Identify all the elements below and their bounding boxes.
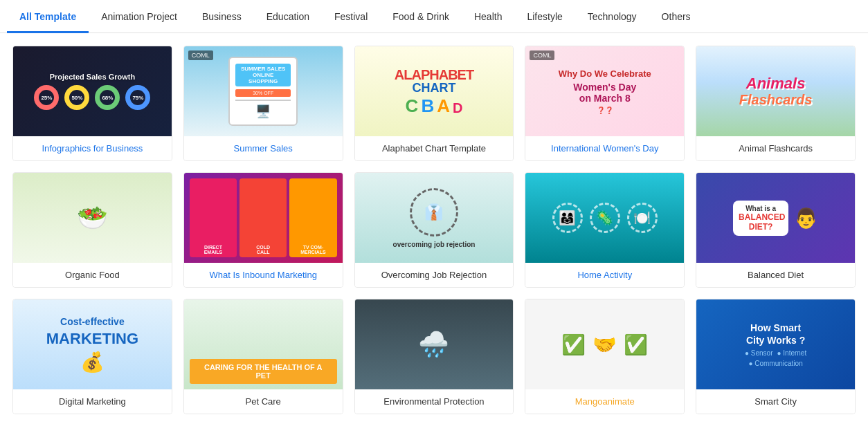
- card-label-infographic: Infographics for Business: [13, 136, 172, 160]
- card-thumbnail-env: 🌧️: [355, 299, 514, 389]
- nav-item-business[interactable]: Business: [190, 0, 254, 33]
- nav-item-food[interactable]: Food & Drink: [380, 0, 462, 33]
- template-card-petcare[interactable]: CARING FOR THE HEALTH OF A PETPet Care: [183, 299, 343, 414]
- card-thumbnail-organic: 🥗: [13, 173, 172, 263]
- nav-item-lifestyle[interactable]: Lifestyle: [514, 0, 575, 33]
- card-thumbnail-homeactivity: 👨‍👩‍👧 🦠 🍽️: [525, 173, 684, 263]
- card-thumbnail-petcare: CARING FOR THE HEALTH OF A PET: [184, 299, 343, 389]
- card-thumbnail-summer: COML SUMMER SALESONLINE SHOPPING 30% OFF…: [184, 46, 343, 136]
- card-label-homeactivity: Home Activity: [525, 263, 684, 287]
- card-thumbnail-infographic: Projected Sales Growth 25% 50% 68%: [13, 46, 172, 136]
- template-card-smartcity[interactable]: How SmartCity Works ? ● Sensor● Internet…: [696, 299, 856, 414]
- template-card-mango[interactable]: ✅ 🤝 ✅Mangoanimate: [525, 299, 685, 414]
- card-thumbnail-smartcity: How SmartCity Works ? ● Sensor● Internet…: [696, 299, 855, 389]
- card-thumbnail-animals: Animals Flashcards: [696, 46, 855, 136]
- template-grid: Projected Sales Growth 25% 50% 68%: [0, 33, 868, 427]
- template-card-alphabet[interactable]: ALAPHABET CHART CBA D Alaphabet Chart Te…: [354, 46, 514, 161]
- nav-item-others[interactable]: Others: [649, 0, 703, 33]
- nav-item-health[interactable]: Health: [462, 0, 514, 33]
- card-thumbnail-digital: Cost-effective MARKETING 💰: [13, 299, 172, 389]
- template-card-env[interactable]: 🌧️Environmental Protection: [354, 299, 514, 414]
- nav-item-animation[interactable]: Animation Project: [89, 0, 190, 33]
- card-label-balanced: Balanced Diet: [696, 263, 855, 287]
- template-card-inbound[interactable]: DIRECTEMAILS COLDCALL TV COM-MERCIALSWha…: [183, 172, 343, 288]
- nav-item-festival[interactable]: Festival: [322, 0, 380, 33]
- card-thumbnail-jobreject: 👔 overcoming job rejection: [355, 173, 514, 263]
- card-label-smartcity: Smart City: [696, 389, 855, 414]
- card-label-summer: Summer Sales: [184, 136, 343, 160]
- card-thumbnail-mango: ✅ 🤝 ✅: [525, 299, 684, 389]
- template-card-digital[interactable]: Cost-effective MARKETING 💰Digital Market…: [12, 299, 172, 414]
- card-label-jobreject: Overcoming Job Rejection: [355, 263, 514, 287]
- template-card-womensday[interactable]: COML Why Do We Celebrate Women's Dayon M…: [525, 46, 685, 161]
- card-label-organic: Organic Food: [13, 263, 172, 287]
- card-label-alphabet: Alaphabet Chart Template: [355, 136, 514, 160]
- template-card-animals[interactable]: Animals FlashcardsAnimal Flashcards: [696, 46, 856, 161]
- template-card-balanced[interactable]: What is aBALANCED DIET? 👨Balanced Diet: [696, 172, 856, 288]
- navigation-bar: All TemplateAnimation ProjectBusinessEdu…: [0, 0, 868, 33]
- card-label-inbound: What Is Inbound Marketing: [184, 263, 343, 287]
- template-card-homeactivity[interactable]: 👨‍👩‍👧 🦠 🍽️Home Activity: [525, 172, 685, 288]
- card-label-petcare: Pet Care: [184, 389, 343, 414]
- card-thumbnail-inbound: DIRECTEMAILS COLDCALL TV COM-MERCIALS: [184, 173, 343, 263]
- card-thumbnail-alphabet: ALAPHABET CHART CBA D: [355, 46, 514, 136]
- nav-item-technology[interactable]: Technology: [575, 0, 649, 33]
- template-card-infographic[interactable]: Projected Sales Growth 25% 50% 68%: [12, 46, 172, 161]
- card-thumbnail-womensday: COML Why Do We Celebrate Women's Dayon M…: [525, 46, 684, 136]
- nav-item-education[interactable]: Education: [254, 0, 322, 33]
- template-card-organic[interactable]: 🥗Organic Food: [12, 172, 172, 288]
- nav-item-all[interactable]: All Template: [7, 0, 89, 33]
- card-label-womensday: International Women's Day: [525, 136, 684, 160]
- card-label-env: Environmental Protection: [355, 389, 514, 414]
- card-label-digital: Digital Marketing: [13, 389, 172, 414]
- card-thumbnail-balanced: What is aBALANCED DIET? 👨: [696, 173, 855, 263]
- card-label-animals: Animal Flashcards: [696, 136, 855, 160]
- template-card-summer[interactable]: COML SUMMER SALESONLINE SHOPPING 30% OFF…: [183, 46, 343, 161]
- card-label-mango: Mangoanimate: [525, 389, 684, 414]
- template-card-jobreject[interactable]: 👔 overcoming job rejectionOvercoming Job…: [354, 172, 514, 288]
